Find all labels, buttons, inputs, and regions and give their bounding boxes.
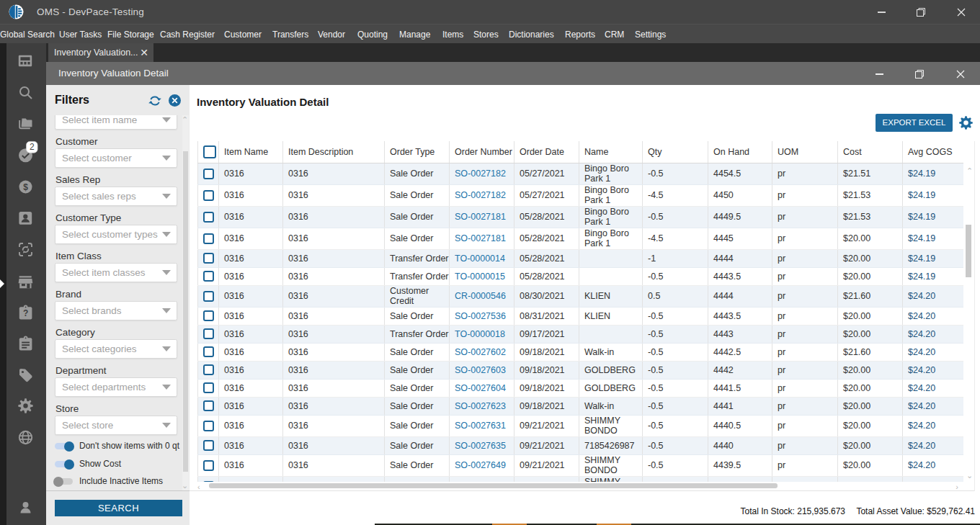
svg-text:2: 2 xyxy=(30,142,35,152)
svg-text:?: ? xyxy=(23,308,28,318)
svg-text:$: $ xyxy=(23,182,28,192)
